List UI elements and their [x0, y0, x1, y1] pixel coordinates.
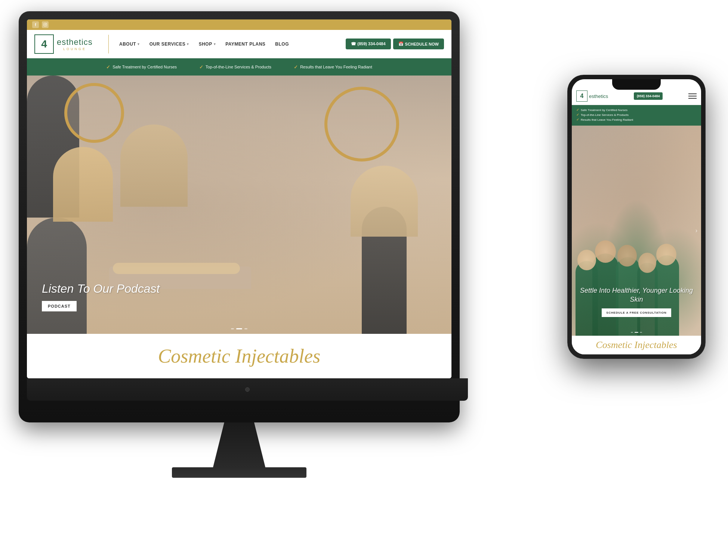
hero-content: Listen To Our Podcast PODCAST — [42, 282, 160, 311]
logo-area: 4 esthetics LOUNGE — [34, 34, 94, 54]
phone-wrapper: 4 esthetics (859) 334-0484 — [567, 75, 706, 359]
phone-banner-item-2: ✓ Top-of-the-Line Services & Products — [576, 113, 697, 117]
website: f 4 — [27, 19, 451, 378]
phone-website: 4 esthetics (859) 334-0484 — [572, 79, 701, 354]
person1-hair — [53, 147, 113, 222]
phone-banner-item-3: ✓ Results that Leave You Feeling Radiant — [576, 118, 697, 121]
banner-item-1: ✓ Safe Treatment by Certified Nurses — [106, 64, 177, 70]
person3-hair — [351, 166, 418, 237]
nav-about[interactable]: ABOUT ▾ — [115, 39, 144, 49]
svg-point-2 — [46, 24, 46, 24]
person2-body — [27, 218, 87, 334]
client-hair — [113, 263, 240, 274]
phone-hero: › Settle Into Healthier, Younger Looking… — [572, 126, 701, 336]
hamburger-line-1 — [688, 93, 697, 94]
phone-hero-content: Settle Into Healthier, Younger Looking S… — [572, 286, 701, 317]
phone-banner-item-1: ✓ Safe Treatment by Certified Nurses — [576, 108, 697, 112]
phone-screen: 4 esthetics (859) 334-0484 — [572, 79, 701, 354]
monitor-wrapper: f 4 — [19, 11, 460, 516]
phone-hero-title: Settle Into Healthier, Younger Looking S… — [578, 286, 695, 304]
monitor-screen: f 4 — [27, 19, 451, 378]
scene: f 4 — [0, 0, 728, 560]
phone-notch — [612, 79, 661, 90]
monitor-outer: f 4 — [19, 11, 460, 422]
nav-shop[interactable]: SHOP ▾ — [195, 39, 220, 49]
green-banner: ✓ Safe Treatment by Certified Nurses ✓ T… — [27, 58, 451, 76]
phone-cta-button[interactable]: SCHEDULE A FREE CONSULTATION — [602, 308, 671, 317]
calendar-icon: 📅 — [398, 41, 404, 46]
phone-call-button[interactable]: (859) 334-0484 — [634, 92, 663, 100]
phone-outer: 4 esthetics (859) 334-0484 — [567, 75, 706, 359]
monitor-base — [172, 467, 306, 478]
dot-1 — [231, 328, 234, 329]
phone-next-arrow[interactable]: › — [695, 227, 697, 234]
top-bar: f — [27, 19, 451, 30]
phone-dot-2 — [635, 332, 638, 333]
logo-name: esthetics — [57, 37, 93, 47]
mirror-circle-right — [324, 87, 399, 161]
phone-logo-number: 4 — [580, 93, 584, 99]
phone-head5 — [656, 244, 676, 265]
phone-dot-3 — [640, 332, 642, 333]
cosmetic-section: Cosmetic Injectables — [27, 334, 451, 378]
svg-point-1 — [44, 24, 46, 25]
svg-rect-0 — [44, 23, 47, 26]
phone-carousel-dots — [631, 332, 642, 333]
person2-hair — [120, 124, 188, 207]
chevron-down-icon: ▾ — [187, 42, 189, 46]
banner-item-3: ✓ Results that Leave You Feeling Radiant — [294, 64, 372, 70]
phone-button[interactable]: ☎ (859) 334-0484 — [346, 39, 391, 49]
dot-2 — [236, 328, 242, 329]
monitor-chin-dot — [245, 387, 250, 392]
carousel-dots — [231, 328, 247, 329]
cosmetic-title: Cosmetic Injectables — [42, 345, 437, 367]
phone-cosmetic-section: Cosmetic Injectables — [572, 336, 701, 354]
nav-payment[interactable]: PAYMENT PLANS — [222, 39, 269, 49]
logo-sub: LOUNGE — [57, 47, 93, 51]
nav-cta-area: ☎ (859) 334-0484 📅 SCHEDULE NOW — [346, 39, 444, 49]
phone-logo-area: 4 esthetics — [576, 90, 608, 102]
check-icon-2: ✓ — [199, 64, 203, 70]
nav-bar: 4 esthetics LOUNGE ABOUT ▾ — [27, 30, 451, 58]
phone-check-2: ✓ — [576, 113, 579, 117]
instagram-icon[interactable] — [42, 21, 49, 28]
phone-head4 — [638, 253, 656, 273]
monitor-chin — [27, 378, 468, 401]
phone-head1 — [577, 250, 596, 270]
podcast-button[interactable]: PODCAST — [42, 301, 77, 311]
logo-text: esthetics LOUNGE — [57, 37, 93, 51]
check-icon-1: ✓ — [106, 64, 110, 70]
hamburger-line-3 — [688, 98, 697, 99]
chevron-down-icon: ▾ — [138, 42, 140, 46]
logo-number: 4 — [41, 38, 47, 50]
phone-head2 — [595, 240, 616, 263]
nav-blog[interactable]: BLOG — [271, 39, 293, 49]
banner-item-2: ✓ Top-of-the-Line Services & Products — [199, 64, 271, 70]
phone-logo-name: esthetics — [589, 93, 608, 99]
nav-links: ABOUT ▾ OUR SERVICES ▾ SHOP ▾ — [115, 39, 346, 49]
nav-divider — [108, 35, 109, 53]
logo-box: 4 — [34, 34, 54, 54]
hero-title: Listen To Our Podcast — [42, 282, 160, 296]
dot-3 — [244, 328, 247, 329]
hamburger-line-2 — [688, 96, 697, 96]
hero-section: Listen To Our Podcast PODCAST — [27, 76, 451, 334]
phone-green-banner: ✓ Safe Treatment by Certified Nurses ✓ T… — [572, 105, 701, 126]
phone-logo-box: 4 — [576, 90, 587, 102]
phone-check-3: ✓ — [576, 118, 579, 121]
mirror-circle-left — [64, 83, 124, 143]
monitor-stand — [202, 422, 277, 467]
check-icon-3: ✓ — [294, 64, 298, 70]
nav-services[interactable]: OUR SERVICES ▾ — [146, 39, 193, 49]
hamburger-menu[interactable] — [688, 93, 697, 99]
chevron-down-icon: ▾ — [214, 42, 216, 46]
phone-head3 — [617, 245, 637, 267]
phone-dot-1 — [631, 332, 633, 333]
phone-check-1: ✓ — [576, 108, 579, 112]
schedule-button[interactable]: 📅 SCHEDULE NOW — [393, 39, 444, 49]
facebook-icon[interactable]: f — [32, 21, 39, 28]
phone-cosmetic-title: Cosmetic Injectables — [576, 339, 697, 351]
